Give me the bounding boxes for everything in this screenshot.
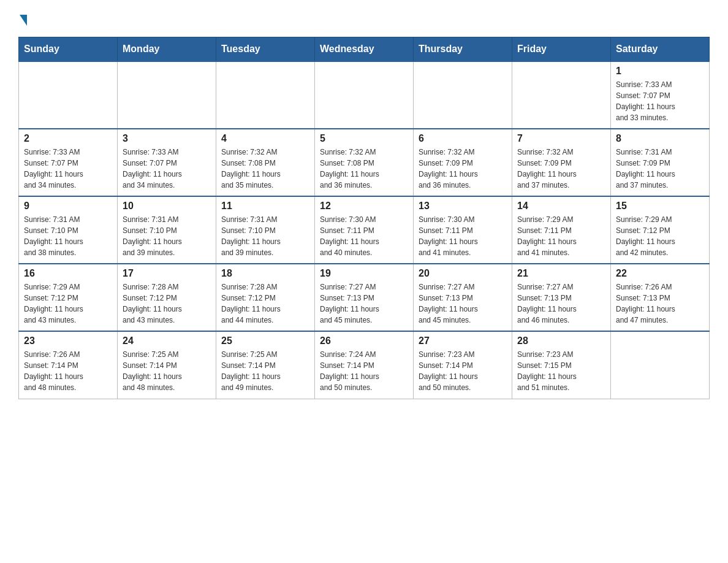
calendar-cell: 5Sunrise: 7:32 AM Sunset: 7:08 PM Daylig… <box>315 129 414 196</box>
weekday-header-wednesday: Wednesday <box>315 37 414 62</box>
weekday-header-sunday: Sunday <box>19 37 118 62</box>
day-number: 10 <box>123 201 211 212</box>
day-info: Sunrise: 7:33 AM Sunset: 7:07 PM Dayligh… <box>24 147 112 191</box>
week-row-2: 2Sunrise: 7:33 AM Sunset: 7:07 PM Daylig… <box>19 129 710 196</box>
calendar-cell: 28Sunrise: 7:23 AM Sunset: 7:15 PM Dayli… <box>512 331 611 399</box>
day-info: Sunrise: 7:29 AM Sunset: 7:12 PM Dayligh… <box>24 282 112 326</box>
day-info: Sunrise: 7:31 AM Sunset: 7:10 PM Dayligh… <box>221 214 309 258</box>
day-info: Sunrise: 7:28 AM Sunset: 7:12 PM Dayligh… <box>123 282 211 326</box>
day-number: 3 <box>123 133 211 144</box>
day-info: Sunrise: 7:25 AM Sunset: 7:14 PM Dayligh… <box>221 349 309 393</box>
day-info: Sunrise: 7:28 AM Sunset: 7:12 PM Dayligh… <box>221 282 309 326</box>
day-number: 7 <box>517 133 605 144</box>
week-row-4: 16Sunrise: 7:29 AM Sunset: 7:12 PM Dayli… <box>19 264 710 331</box>
calendar-cell: 26Sunrise: 7:24 AM Sunset: 7:14 PM Dayli… <box>315 331 414 399</box>
calendar-cell: 3Sunrise: 7:33 AM Sunset: 7:07 PM Daylig… <box>118 129 216 196</box>
calendar-cell: 15Sunrise: 7:29 AM Sunset: 7:12 PM Dayli… <box>611 196 710 264</box>
calendar-cell <box>512 61 611 129</box>
calendar-cell: 25Sunrise: 7:25 AM Sunset: 7:14 PM Dayli… <box>216 331 315 399</box>
day-number: 18 <box>221 268 309 279</box>
day-number: 17 <box>123 268 211 279</box>
calendar-cell: 2Sunrise: 7:33 AM Sunset: 7:07 PM Daylig… <box>19 129 118 196</box>
calendar-cell: 12Sunrise: 7:30 AM Sunset: 7:11 PM Dayli… <box>315 196 414 264</box>
week-row-1: 1Sunrise: 7:33 AM Sunset: 7:07 PM Daylig… <box>19 61 710 129</box>
calendar-table: SundayMondayTuesdayWednesdayThursdayFrid… <box>18 37 710 399</box>
day-number: 6 <box>419 133 507 144</box>
calendar-cell: 23Sunrise: 7:26 AM Sunset: 7:14 PM Dayli… <box>19 331 118 399</box>
calendar-cell <box>414 61 512 129</box>
day-number: 26 <box>320 335 408 347</box>
day-info: Sunrise: 7:31 AM Sunset: 7:10 PM Dayligh… <box>123 214 211 258</box>
day-number: 21 <box>517 268 605 279</box>
day-number: 19 <box>320 268 408 279</box>
calendar-cell: 21Sunrise: 7:27 AM Sunset: 7:13 PM Dayli… <box>512 264 611 331</box>
calendar-cell <box>118 61 216 129</box>
calendar-cell <box>611 331 710 399</box>
day-info: Sunrise: 7:27 AM Sunset: 7:13 PM Dayligh… <box>419 282 507 326</box>
day-info: Sunrise: 7:23 AM Sunset: 7:14 PM Dayligh… <box>419 349 507 393</box>
day-number: 20 <box>419 268 507 279</box>
calendar-cell: 9Sunrise: 7:31 AM Sunset: 7:10 PM Daylig… <box>19 196 118 264</box>
day-info: Sunrise: 7:29 AM Sunset: 7:11 PM Dayligh… <box>517 214 605 258</box>
week-row-3: 9Sunrise: 7:31 AM Sunset: 7:10 PM Daylig… <box>19 196 710 264</box>
weekday-header-thursday: Thursday <box>414 37 512 62</box>
day-info: Sunrise: 7:31 AM Sunset: 7:09 PM Dayligh… <box>616 147 704 191</box>
day-info: Sunrise: 7:23 AM Sunset: 7:15 PM Dayligh… <box>517 349 605 393</box>
calendar-cell <box>315 61 414 129</box>
day-info: Sunrise: 7:30 AM Sunset: 7:11 PM Dayligh… <box>320 214 408 258</box>
calendar-cell: 17Sunrise: 7:28 AM Sunset: 7:12 PM Dayli… <box>118 264 216 331</box>
calendar-cell: 27Sunrise: 7:23 AM Sunset: 7:14 PM Dayli… <box>414 331 512 399</box>
day-number: 14 <box>517 201 605 212</box>
week-row-5: 23Sunrise: 7:26 AM Sunset: 7:14 PM Dayli… <box>19 331 710 399</box>
day-number: 24 <box>123 335 211 347</box>
day-number: 12 <box>320 201 408 212</box>
day-number: 23 <box>24 335 112 347</box>
day-number: 8 <box>616 133 704 144</box>
day-number: 13 <box>419 201 507 212</box>
weekday-header-friday: Friday <box>512 37 611 62</box>
logo <box>18 12 27 25</box>
day-number: 25 <box>221 335 309 347</box>
day-info: Sunrise: 7:27 AM Sunset: 7:13 PM Dayligh… <box>320 282 408 326</box>
day-info: Sunrise: 7:25 AM Sunset: 7:14 PM Dayligh… <box>123 349 211 393</box>
calendar-cell: 22Sunrise: 7:26 AM Sunset: 7:13 PM Dayli… <box>611 264 710 331</box>
calendar-cell <box>216 61 315 129</box>
day-number: 1 <box>616 66 704 77</box>
day-number: 22 <box>616 268 704 279</box>
day-info: Sunrise: 7:32 AM Sunset: 7:09 PM Dayligh… <box>419 147 507 191</box>
calendar-cell: 10Sunrise: 7:31 AM Sunset: 7:10 PM Dayli… <box>118 196 216 264</box>
day-info: Sunrise: 7:27 AM Sunset: 7:13 PM Dayligh… <box>517 282 605 326</box>
weekday-header-monday: Monday <box>118 37 216 62</box>
calendar-cell: 4Sunrise: 7:32 AM Sunset: 7:08 PM Daylig… <box>216 129 315 196</box>
calendar-cell: 16Sunrise: 7:29 AM Sunset: 7:12 PM Dayli… <box>19 264 118 331</box>
day-info: Sunrise: 7:33 AM Sunset: 7:07 PM Dayligh… <box>616 79 704 123</box>
calendar-cell: 1Sunrise: 7:33 AM Sunset: 7:07 PM Daylig… <box>611 61 710 129</box>
calendar-cell <box>19 61 118 129</box>
day-info: Sunrise: 7:32 AM Sunset: 7:08 PM Dayligh… <box>320 147 408 191</box>
day-info: Sunrise: 7:32 AM Sunset: 7:08 PM Dayligh… <box>221 147 309 191</box>
day-number: 11 <box>221 201 309 212</box>
weekday-header-tuesday: Tuesday <box>216 37 315 62</box>
day-info: Sunrise: 7:32 AM Sunset: 7:09 PM Dayligh… <box>517 147 605 191</box>
calendar-cell: 8Sunrise: 7:31 AM Sunset: 7:09 PM Daylig… <box>611 129 710 196</box>
calendar-cell: 7Sunrise: 7:32 AM Sunset: 7:09 PM Daylig… <box>512 129 611 196</box>
weekday-header-row: SundayMondayTuesdayWednesdayThursdayFrid… <box>19 37 710 62</box>
day-number: 2 <box>24 133 112 144</box>
calendar-cell: 24Sunrise: 7:25 AM Sunset: 7:14 PM Dayli… <box>118 331 216 399</box>
day-info: Sunrise: 7:29 AM Sunset: 7:12 PM Dayligh… <box>616 214 704 258</box>
logo-triangle-icon <box>20 15 27 26</box>
day-number: 27 <box>419 335 507 347</box>
calendar-cell: 20Sunrise: 7:27 AM Sunset: 7:13 PM Dayli… <box>414 264 512 331</box>
calendar-cell: 11Sunrise: 7:31 AM Sunset: 7:10 PM Dayli… <box>216 196 315 264</box>
day-number: 15 <box>616 201 704 212</box>
day-info: Sunrise: 7:24 AM Sunset: 7:14 PM Dayligh… <box>320 349 408 393</box>
day-info: Sunrise: 7:30 AM Sunset: 7:11 PM Dayligh… <box>419 214 507 258</box>
day-info: Sunrise: 7:33 AM Sunset: 7:07 PM Dayligh… <box>123 147 211 191</box>
day-info: Sunrise: 7:26 AM Sunset: 7:14 PM Dayligh… <box>24 349 112 393</box>
calendar-cell: 6Sunrise: 7:32 AM Sunset: 7:09 PM Daylig… <box>414 129 512 196</box>
day-number: 4 <box>221 133 309 144</box>
day-number: 5 <box>320 133 408 144</box>
day-number: 16 <box>24 268 112 279</box>
day-info: Sunrise: 7:31 AM Sunset: 7:10 PM Dayligh… <box>24 214 112 258</box>
calendar-cell: 14Sunrise: 7:29 AM Sunset: 7:11 PM Dayli… <box>512 196 611 264</box>
